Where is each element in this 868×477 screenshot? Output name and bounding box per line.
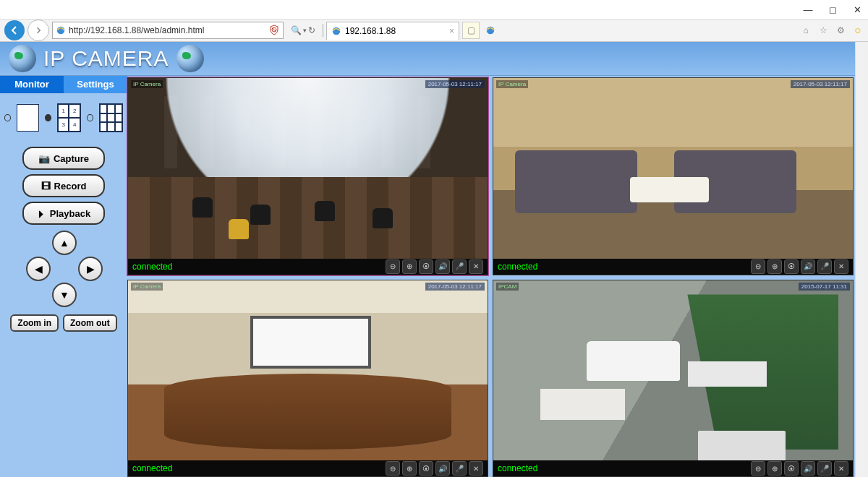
- zoom-in-icon[interactable]: ⊕: [402, 259, 417, 274]
- window-maximize-button[interactable]: ◻: [826, 3, 839, 16]
- tools-icon[interactable]: ✕: [469, 259, 483, 274]
- speaker-icon[interactable]: 🔊: [801, 259, 815, 274]
- layout-single[interactable]: [17, 104, 40, 132]
- button-label: Record: [54, 181, 87, 192]
- feed-statusbar: connected ⊖ ⊕ ⦿ 🔊 🎤 ✕: [493, 259, 853, 275]
- vertical-scrollbar[interactable]: [855, 42, 868, 477]
- search-refresh-group: 🔍 ▾ ↻: [286, 25, 320, 35]
- home-icon[interactable]: ⌂: [800, 25, 812, 36]
- browser-tab[interactable]: 192.168.1.88 ×: [326, 22, 459, 40]
- app-header: IP CAMERA: [0, 42, 855, 76]
- separator: [323, 24, 323, 37]
- playback-button[interactable]: ⏵ Playback: [22, 202, 105, 225]
- speaker-icon[interactable]: 🔊: [801, 461, 815, 476]
- zoom-out-icon[interactable]: ⊖: [386, 259, 400, 274]
- record-button[interactable]: 🎞 Record: [22, 174, 105, 197]
- ie-icon: [56, 25, 66, 35]
- speaker-icon[interactable]: 🔊: [435, 461, 450, 476]
- zoom-out-button[interactable]: Zoom out: [63, 314, 117, 332]
- ptz-down-button[interactable]: ▼: [52, 283, 77, 307]
- camera-grid: IP Camera 2017-05-03 12:11:17 connected …: [127, 76, 855, 477]
- tools-icon[interactable]: ✕: [834, 461, 848, 476]
- record-dot-icon[interactable]: ⦿: [784, 461, 799, 476]
- window-titlebar: — ◻ ✕: [0, 0, 868, 19]
- ptz-up-button[interactable]: ▲: [52, 231, 77, 255]
- nav-back-button[interactable]: [4, 20, 25, 40]
- camera-feed-4[interactable]: IPCAM 2015-07-17 11:31 connected ⊖ ⊕ ⦿ 🔊…: [493, 280, 854, 478]
- zoom-in-button[interactable]: Zoom in: [10, 314, 59, 332]
- globe-icon: [9, 45, 36, 72]
- zoom-in-icon[interactable]: ⊕: [767, 259, 782, 274]
- layout-cell: 1: [58, 104, 69, 118]
- refresh-icon[interactable]: ↻: [308, 25, 315, 35]
- layout-cell: 3: [58, 118, 69, 132]
- settings-gear-icon[interactable]: ⚙: [835, 25, 846, 36]
- window-close-button[interactable]: ✕: [851, 3, 864, 16]
- ie-logo-icon: [485, 25, 495, 35]
- ptz-left-button[interactable]: ◀: [26, 257, 51, 281]
- feed-label: IP Camera: [131, 283, 163, 291]
- feed-label: IPCAM: [496, 283, 519, 291]
- zoom-in-icon[interactable]: ⊕: [767, 461, 782, 476]
- capture-button[interactable]: 📷 Capture: [22, 147, 105, 170]
- mic-mute-icon[interactable]: 🎤: [817, 461, 832, 476]
- camera-feed-3[interactable]: IP Camera 2017-05-03 12:11:17 connected …: [127, 280, 488, 478]
- tools-icon[interactable]: ✕: [469, 461, 483, 476]
- layout-quad[interactable]: 1 2 3 4: [57, 103, 81, 132]
- zoom-out-icon[interactable]: ⊖: [386, 461, 400, 476]
- tools-icon[interactable]: ✕: [834, 259, 848, 274]
- zoom-controls: Zoom in Zoom out: [0, 313, 127, 332]
- zoom-out-icon[interactable]: ⊖: [751, 461, 765, 476]
- security-shield-icon[interactable]: [268, 25, 280, 36]
- ptz-controls: ▲ ◀ ▶ ▼: [20, 231, 107, 310]
- button-label: Playback: [50, 208, 90, 219]
- browser-tool-icons: ⌂ ☆ ⚙ ☺: [800, 25, 864, 36]
- speaker-icon[interactable]: 🔊: [435, 259, 450, 274]
- ptz-right-button[interactable]: ▶: [78, 257, 103, 281]
- url-text: http://192.168.1.88/web/admin.html: [69, 25, 204, 35]
- record-dot-icon[interactable]: ⦿: [784, 259, 799, 274]
- camera-feed-1[interactable]: IP Camera 2017-05-03 12:11:17 connected …: [127, 77, 488, 275]
- feed-statusbar: connected ⊖ ⊕ ⦿ 🔊 🎤 ✕: [128, 259, 488, 275]
- layout-cell: 2: [69, 104, 80, 118]
- favorites-icon[interactable]: ☆: [817, 25, 829, 36]
- play-icon: ⏵: [37, 208, 46, 219]
- nav-forward-button[interactable]: [27, 20, 49, 41]
- tab-title: 192.168.1.88: [345, 26, 396, 36]
- feed-status: connected: [498, 463, 537, 473]
- feed-statusbar: connected ⊖ ⊕ ⦿ 🔊 🎤 ✕: [493, 460, 853, 476]
- page-content: IP CAMERA Monitor Settings 1 2 3 4: [0, 42, 855, 477]
- window-minimize-button[interactable]: —: [801, 3, 814, 16]
- tab-settings[interactable]: Settings: [64, 76, 127, 93]
- film-icon: 🎞: [41, 181, 51, 192]
- layout-cell: 4: [69, 118, 80, 132]
- sidebar-tabs: Monitor Settings: [0, 76, 127, 93]
- sidebar: Monitor Settings 1 2 3 4 📷: [0, 76, 127, 477]
- feed-status: connected: [132, 463, 172, 473]
- feed-label: IP Camera: [496, 80, 528, 88]
- record-dot-icon[interactable]: ⦿: [419, 259, 433, 274]
- feed-label: IP Camera: [131, 80, 163, 88]
- globe-icon: [176, 45, 204, 72]
- button-label: Capture: [54, 153, 89, 164]
- record-dot-icon[interactable]: ⦿: [419, 461, 433, 476]
- mic-mute-icon[interactable]: 🎤: [817, 259, 832, 274]
- zoom-out-icon[interactable]: ⊖: [751, 259, 765, 274]
- feed-statusbar: connected ⊖ ⊕ ⦿ 🔊 🎤 ✕: [128, 460, 488, 476]
- search-icon[interactable]: 🔍: [291, 25, 302, 35]
- mic-mute-icon[interactable]: 🎤: [452, 259, 467, 274]
- tab-monitor[interactable]: Monitor: [0, 76, 64, 93]
- layout-radio-1[interactable]: [4, 114, 11, 121]
- layout-nine[interactable]: [99, 103, 123, 132]
- tab-close-icon[interactable]: ×: [449, 26, 454, 36]
- layout-radio-9[interactable]: [87, 114, 93, 121]
- zoom-in-icon[interactable]: ⊕: [402, 461, 417, 476]
- camera-feed-2[interactable]: IP Camera 2017-05-03 12:11:17 connected …: [493, 77, 854, 275]
- emoji-icon[interactable]: ☺: [852, 25, 864, 36]
- mic-mute-icon[interactable]: 🎤: [452, 461, 467, 476]
- feed-status: connected: [132, 262, 172, 272]
- layout-radio-4[interactable]: [45, 114, 51, 121]
- address-bar[interactable]: http://192.168.1.88/web/admin.html: [52, 22, 284, 39]
- new-tab-button[interactable]: ▢: [462, 22, 480, 39]
- feed-timestamp: 2017-05-03 12:11:17: [425, 80, 485, 88]
